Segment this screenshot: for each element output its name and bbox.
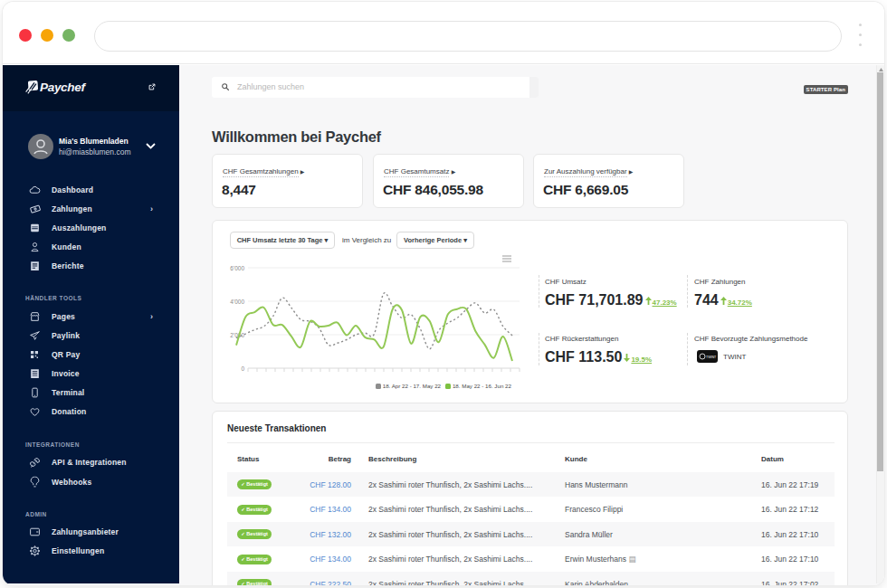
svg-text:TWINT: TWINT	[706, 356, 717, 359]
svg-text:4'000: 4'000	[230, 299, 244, 305]
svg-text:Paychef: Paychef	[40, 81, 86, 94]
svg-text:6'000: 6'000	[230, 265, 244, 271]
svg-text:0: 0	[241, 365, 244, 372]
